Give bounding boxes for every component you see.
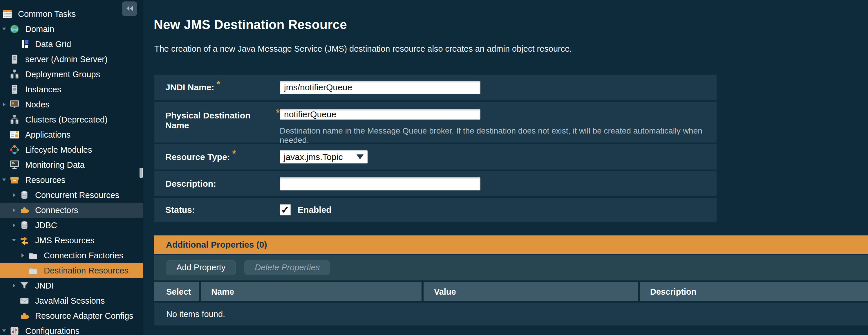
form-row-status: Status:✓Enabled (154, 198, 717, 222)
sidebar-item-resource-adapter-configs[interactable]: Resource Adapter Configs (0, 308, 143, 324)
field-help-text: Destination name in the Message Queue br… (280, 126, 717, 145)
sidebar-item-resources[interactable]: Resources (0, 173, 143, 187)
sidebar-item-lifecycle-modules[interactable]: Lifecycle Modules (0, 142, 143, 157)
expander-closed-icon[interactable] (11, 283, 20, 288)
field-label-text: Description: (165, 179, 216, 189)
sidebar-item-label: Data Grid (35, 39, 71, 49)
field-label-text: Physical Destination Name (165, 111, 274, 130)
field-label-text: Status: (165, 205, 195, 215)
sidebar-item-label: Clusters (Deprecated) (25, 115, 107, 125)
expander-closed-icon[interactable] (1, 101, 9, 108)
expander-open-icon[interactable] (1, 177, 9, 183)
additional-properties-section: Additional Properties (0) Add PropertyDe… (154, 236, 868, 326)
expander-spacer (1, 132, 9, 138)
field-control-resource-type: javax.jms.Topic (280, 144, 717, 170)
required-asterisk: * (276, 108, 280, 118)
sidebar-scrollbar-thumb[interactable] (140, 168, 143, 178)
sidebar-item-jdbc[interactable]: JDBC (0, 218, 143, 233)
common-tasks-icon (2, 9, 12, 19)
field-label-physical-destination-name: Physical Destination Name* (154, 102, 280, 143)
sidebar-item-label: Common Tasks (18, 9, 76, 19)
field-control-physical-destination-name: Destination name in the Message Queue br… (280, 102, 717, 143)
field-label-jndi-name: JNDI Name:* (154, 74, 280, 100)
sidebar-item-label: server (Admin Server) (25, 55, 107, 64)
required-asterisk: * (232, 148, 236, 159)
jndi-name-input[interactable] (280, 81, 480, 94)
sidebar-item-concurrent-resources[interactable]: Concurrent Resources (0, 187, 143, 203)
expander-spacer (11, 298, 20, 304)
delete-properties-button[interactable]: Delete Properties (244, 260, 330, 275)
new-jms-destination-form: JNDI Name:*Physical Destination Name*Des… (154, 74, 717, 223)
sidebar-item-destination-resources[interactable]: Destination Resources (0, 263, 143, 278)
field-label-status: Status: (154, 198, 280, 222)
server-icon (9, 85, 20, 94)
sidebar-item-nodes[interactable]: Nodes (0, 97, 143, 112)
column-header-description: Description (640, 282, 868, 301)
column-header-value: Value (424, 282, 638, 301)
expander-closed-icon[interactable] (11, 222, 20, 228)
sidebar-item-connectors[interactable]: Connectors (0, 203, 143, 218)
page-intro: The creation of a new Java Message Servi… (154, 44, 572, 54)
puzzle-icon (20, 205, 29, 215)
expander-closed-icon[interactable] (11, 192, 20, 198)
sidebar-item-javamail-sessions[interactable]: JavaMail Sessions (0, 293, 143, 308)
funnel-icon (20, 281, 29, 291)
sidebar-item-connection-factories[interactable]: Connection Factories (0, 248, 143, 263)
selected-option-text: javax.jms.Topic (284, 152, 343, 162)
sidebar-item-label: JNDI (35, 281, 54, 291)
sidebar-collapse-button[interactable] (122, 1, 137, 16)
puzzle-icon (20, 311, 29, 321)
form-row-physical-destination-name: Physical Destination Name*Destination na… (154, 102, 717, 143)
sliders-icon (9, 326, 20, 335)
expander-spacer (20, 268, 28, 273)
required-asterisk: * (216, 79, 220, 90)
apps-window-icon (9, 130, 20, 140)
sidebar-item-configurations[interactable]: Configurations (0, 324, 143, 335)
database-icon (20, 220, 29, 230)
status-enabled-checkbox[interactable]: ✓ (280, 204, 291, 215)
field-control-jndi-name (280, 74, 717, 100)
sidebar-item-label: Destination Resources (44, 266, 128, 275)
sidebar-item-jndi[interactable]: JNDI (0, 278, 143, 293)
sidebar-item-jms-resources[interactable]: JMS Resources (0, 233, 143, 248)
expander-spacer (1, 162, 9, 168)
expander-open-icon[interactable] (1, 26, 9, 32)
sidebar: Common TasksDomainData Gridserver (Admin… (0, 0, 143, 335)
properties-toolbar: Add PropertyDelete Properties (154, 254, 868, 280)
expander-open-icon[interactable] (11, 238, 20, 243)
add-property-button[interactable]: Add Property (166, 260, 236, 275)
sidebar-item-monitoring-data[interactable]: Monitoring Data (0, 157, 143, 173)
monitor-dark-icon (9, 160, 20, 170)
form-row-resource-type: Resource Type:*javax.jms.Topic (154, 144, 717, 170)
sidebar-item-deployment-groups[interactable]: Deployment Groups (0, 67, 143, 82)
expander-spacer (1, 71, 9, 77)
sidebar-item-data-grid[interactable]: Data Grid (0, 37, 143, 52)
additional-properties-title: Additional Properties (0) (166, 240, 267, 250)
sidebar-item-applications[interactable]: Applications (0, 127, 143, 142)
sidebar-item-label: Deployment Groups (25, 70, 100, 79)
expander-closed-icon[interactable] (20, 252, 28, 258)
sidebar-item-server-admin-server[interactable]: server (Admin Server) (0, 52, 143, 67)
sidebar-item-domain[interactable]: Domain (0, 22, 143, 37)
sidebar-item-label: JavaMail Sessions (35, 296, 105, 306)
sidebar-item-label: Nodes (25, 100, 50, 110)
expander-closed-icon[interactable] (11, 207, 20, 213)
sidebar-item-clusters-deprecated[interactable]: Clusters (Deprecated) (0, 112, 143, 127)
physical-destination-name-input[interactable] (280, 109, 480, 120)
description-input[interactable] (280, 177, 480, 190)
resource-type-select[interactable]: javax.jms.Topic (280, 150, 368, 163)
sidebar-item-instances[interactable]: Instances (0, 82, 143, 97)
field-label-text: JNDI Name: (165, 83, 214, 92)
sidebar-item-label: Connection Factories (44, 251, 123, 261)
sidebar-item-label: Configurations (25, 326, 80, 335)
expander-spacer (11, 313, 20, 319)
additional-properties-header: Additional Properties (0) (154, 236, 868, 254)
form-row-jndi-name: JNDI Name:* (154, 74, 717, 100)
expander-spacer (1, 147, 9, 153)
sidebar-item-label: JDBC (35, 221, 57, 230)
expander-spacer (11, 41, 20, 47)
sidebar-item-label: Resource Adapter Configs (35, 311, 133, 321)
expander-spacer (1, 56, 9, 62)
dropdown-arrow-icon (356, 154, 364, 159)
expander-open-icon[interactable] (1, 328, 9, 334)
